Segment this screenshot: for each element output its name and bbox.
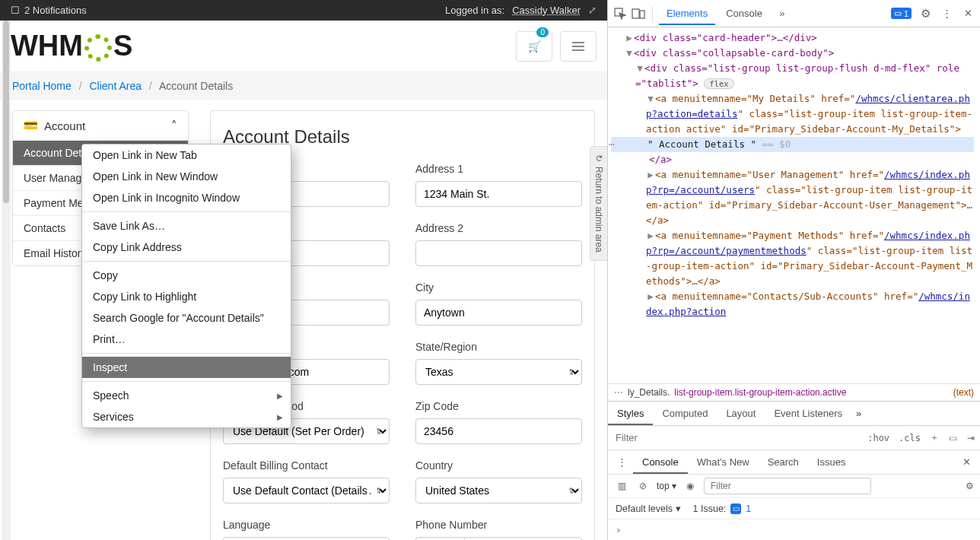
city-input[interactable] (415, 300, 582, 326)
clear-console-icon[interactable]: ⊘ (635, 481, 651, 491)
issue-badge-icon: ▭ (730, 503, 741, 514)
context-select[interactable]: top ▾ (657, 481, 676, 491)
zip-input[interactable] (415, 418, 582, 444)
tab-event-listeners[interactable]: Event Listeners (765, 402, 851, 425)
address2-label: Address 2 (415, 222, 582, 234)
issues-badge[interactable]: ▭1 (891, 8, 912, 19)
settings-icon[interactable]: ⚙ (918, 6, 933, 21)
notifications-text[interactable]: 2 Notifications (24, 5, 87, 16)
whmcs-logo[interactable]: WHMS (11, 30, 132, 62)
hov-toggle[interactable]: :hov (863, 433, 894, 443)
menu-button[interactable] (560, 31, 597, 62)
inspect-element-icon[interactable] (612, 6, 628, 21)
dom-breadcrumb[interactable]: ⋯ ly_Details.list-group-item.list-group-… (608, 383, 980, 401)
drawer-close-icon[interactable]: ✕ (956, 456, 977, 468)
new-style-rule-icon[interactable]: ＋ (925, 431, 943, 444)
ctx-open-new-window[interactable]: Open Link in New Window (82, 166, 291, 187)
cart-icon: 🛒 (528, 40, 541, 52)
drawer-menu-icon[interactable]: ⋮ (611, 452, 633, 472)
ctx-copy[interactable]: Copy (82, 265, 291, 286)
ctx-save-link-as[interactable]: Save Link As… (82, 215, 291, 237)
console-filter-input[interactable] (704, 478, 871, 494)
ctx-speech[interactable]: Speech (82, 385, 291, 406)
billing-contact-select[interactable]: Use Default Contact (Details Above) (223, 478, 390, 503)
tab-console[interactable]: Console (718, 2, 770, 25)
logged-in-label: Logged in as: (445, 5, 504, 16)
console-prompt[interactable]: › (608, 519, 980, 540)
scrollbar-thumb[interactable] (3, 21, 9, 203)
ctx-inspect[interactable]: Inspect (82, 357, 291, 378)
logged-in-user[interactable]: Cassidy Walker (512, 5, 581, 16)
drawer-tab-issues[interactable]: Issues (808, 450, 855, 474)
language-select[interactable]: Default (223, 537, 390, 540)
devtools-toolbar: Elements Console » ▭1 ⚙ ⋮ ✕ (608, 0, 980, 27)
cls-toggle[interactable]: .cls (894, 433, 925, 443)
more-styles-tabs-icon[interactable]: » (851, 402, 866, 425)
sidebar-header[interactable]: 💳 Account ˄ (13, 111, 188, 140)
device-toolbar-icon[interactable] (631, 6, 646, 21)
drawer-tabs: ⋮ Console What's New Search Issues ✕ (608, 450, 980, 475)
billing-contact-label: Default Billing Contact (223, 459, 390, 472)
breadcrumb-current: Account Details (159, 80, 233, 92)
ctx-copy-link-highlight[interactable]: Copy Link to Highlight (82, 286, 291, 307)
dom-selected-text[interactable]: ⋯" Account Details " == $0 (611, 137, 974, 152)
breadcrumb-client[interactable]: Client Area (89, 80, 141, 92)
toggle-sidebar-icon[interactable]: ⇥ (962, 433, 980, 443)
styles-tabs: Styles Computed Layout Event Listeners » (608, 401, 980, 426)
return-to-admin[interactable]: ↻ Return to admin area (590, 146, 607, 261)
console-sidebar-icon[interactable]: ▥ (614, 481, 629, 491)
ctx-search-google[interactable]: Search Google for "Account Details" (82, 307, 291, 329)
close-devtools-icon[interactable]: ✕ (960, 6, 975, 21)
ctx-print[interactable]: Print… (82, 329, 291, 350)
styles-filter-row: :hov .cls ＋ ▭ ⇥ (608, 426, 980, 450)
state-select[interactable]: Texas (415, 359, 582, 385)
address1-label: Address 1 (415, 163, 582, 175)
chevron-up-icon[interactable]: ˄ (171, 119, 177, 132)
device-styles-icon[interactable]: ▭ (943, 433, 962, 443)
console-status-row: Default levels ▾ 1 Issue: ▭ 1 (608, 498, 980, 519)
phone-prefix[interactable]: +1▾ (415, 537, 464, 540)
address1-input[interactable] (415, 181, 582, 207)
hamburger-icon (572, 42, 584, 51)
country-select[interactable]: United States (415, 478, 582, 503)
live-expression-icon[interactable]: ◉ (682, 481, 698, 491)
return-icon: ↻ (593, 154, 604, 162)
drawer-tab-search[interactable]: Search (759, 450, 808, 474)
ctx-services[interactable]: Services (82, 406, 291, 427)
city-label: City (415, 281, 582, 294)
ctx-open-new-tab[interactable]: Open Link in New Tab (82, 145, 291, 166)
tab-styles[interactable]: Styles (608, 402, 653, 425)
ctx-open-incognito[interactable]: Open Link in Incognito Window (82, 187, 291, 208)
context-menu: Open Link in New Tab Open Link in New Wi… (81, 144, 291, 428)
dom-tree[interactable]: ▶<div class="card-header">…</div> ▼<div … (608, 27, 980, 383)
devtools: Elements Console » ▭1 ⚙ ⋮ ✕ ▶<div class=… (607, 0, 980, 540)
tab-layout[interactable]: Layout (717, 402, 765, 425)
styles-filter-input[interactable] (608, 426, 863, 449)
admin-top-bar: ☐ 2 Notifications Logged in as: Cassidy … (0, 0, 607, 21)
scrollbar[interactable] (2, 21, 11, 540)
kebab-icon[interactable]: ⋮ (939, 6, 954, 21)
breadcrumb: Portal Home / Client Area / Account Deta… (0, 72, 607, 100)
state-label: State/Region (415, 341, 582, 353)
cart-button[interactable]: 🛒 0 (516, 31, 552, 62)
language-label: Language (223, 519, 390, 531)
console-controls: ▥ ⊘ top ▾ ◉ ⚙ (608, 475, 980, 498)
console-issues-link[interactable]: 1 Issue: ▭ 1 (693, 503, 752, 514)
notifications-icon[interactable]: ☐ (11, 5, 20, 16)
svg-rect-1 (632, 9, 639, 18)
tab-computed[interactable]: Computed (653, 402, 717, 425)
issue-icon: ▭ (894, 8, 902, 18)
breadcrumb-portal[interactable]: Portal Home (12, 80, 72, 92)
address2-input[interactable] (415, 240, 582, 266)
tab-elements[interactable]: Elements (659, 2, 715, 25)
expand-icon[interactable]: ⤢ (588, 5, 597, 16)
svg-rect-2 (640, 11, 644, 18)
log-levels-select[interactable]: Default levels ▾ (616, 503, 681, 514)
drawer-tab-whatsnew[interactable]: What's New (688, 450, 759, 474)
cart-badge: 0 (536, 27, 549, 37)
more-tabs-icon[interactable]: » (775, 6, 790, 21)
phone-input[interactable] (464, 537, 582, 540)
ctx-copy-link-address[interactable]: Copy Link Address (82, 237, 291, 258)
drawer-tab-console[interactable]: Console (633, 450, 688, 474)
console-settings-icon[interactable]: ⚙ (966, 481, 974, 491)
